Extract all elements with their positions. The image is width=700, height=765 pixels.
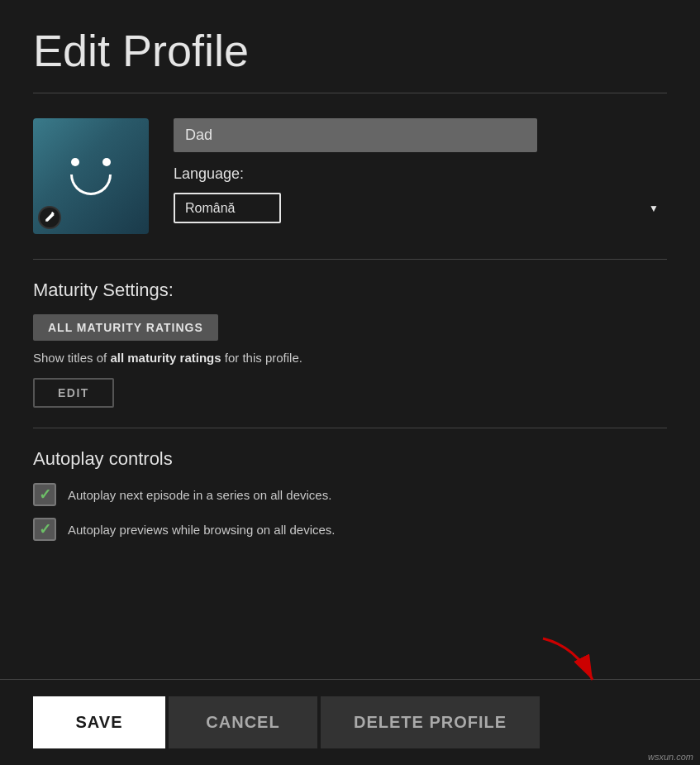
page-title: Edit Profile [33, 25, 667, 76]
language-select[interactable]: Română English Español Français Deutsch [174, 193, 281, 223]
maturity-description: Show titles of all maturity ratings for … [33, 351, 667, 365]
annotation-arrow [526, 630, 626, 696]
maturity-edit-button[interactable]: EDIT [33, 378, 114, 408]
avatar-container [33, 118, 149, 234]
chevron-down-icon: ▼ [649, 203, 659, 214]
watermark: wsxun.com [648, 752, 693, 762]
maturity-section: Maturity Settings: ALL MATURITY RATINGS … [0, 260, 700, 428]
autoplay-checkbox-1[interactable]: ✓ [33, 483, 56, 506]
autoplay-section-title: Autoplay controls [33, 448, 667, 470]
profile-name-input[interactable] [174, 118, 537, 152]
profile-section: Language: Română English Español Françai… [0, 93, 700, 259]
checkmark-icon-1: ✓ [39, 485, 51, 504]
face-eyes [71, 158, 111, 166]
autoplay-label-2: Autoplay previews while browsing on all … [68, 523, 336, 537]
maturity-badge: ALL MATURITY RATINGS [33, 314, 218, 341]
autoplay-checkbox-2[interactable]: ✓ [33, 518, 56, 541]
header-section: Edit Profile [0, 0, 700, 93]
save-button[interactable]: SAVE [33, 696, 165, 748]
autoplay-checkbox-row-1: ✓ Autoplay next episode in a series on a… [33, 483, 667, 506]
arrow-annotation [526, 630, 626, 700]
avatar-edit-button[interactable] [38, 206, 61, 229]
face-smile [70, 175, 112, 195]
cancel-button[interactable]: CANCEL [169, 696, 317, 748]
autoplay-section: Autoplay controls ✓ Autoplay next episod… [0, 428, 700, 572]
face-eye-left [71, 158, 79, 166]
page-container: Edit Profile Language: Ro [0, 0, 700, 765]
autoplay-checkbox-row-2: ✓ Autoplay previews while browsing on al… [33, 518, 667, 541]
delete-profile-button[interactable]: DELETE PROFILE [321, 696, 540, 748]
pencil-icon [44, 212, 55, 223]
maturity-bold: all maturity ratings [110, 351, 221, 365]
maturity-section-title: Maturity Settings: [33, 280, 667, 301]
checkmark-icon-2: ✓ [39, 520, 51, 538]
language-select-wrapper: Română English Español Français Deutsch … [174, 193, 667, 223]
autoplay-label-1: Autoplay next episode in a series on all… [68, 488, 331, 502]
profile-fields: Language: Română English Español Françai… [174, 118, 667, 223]
language-label: Language: [174, 165, 667, 183]
face-eye-right [102, 158, 111, 166]
footer-section: SAVE CANCEL DELETE PROFILE [0, 679, 700, 765]
